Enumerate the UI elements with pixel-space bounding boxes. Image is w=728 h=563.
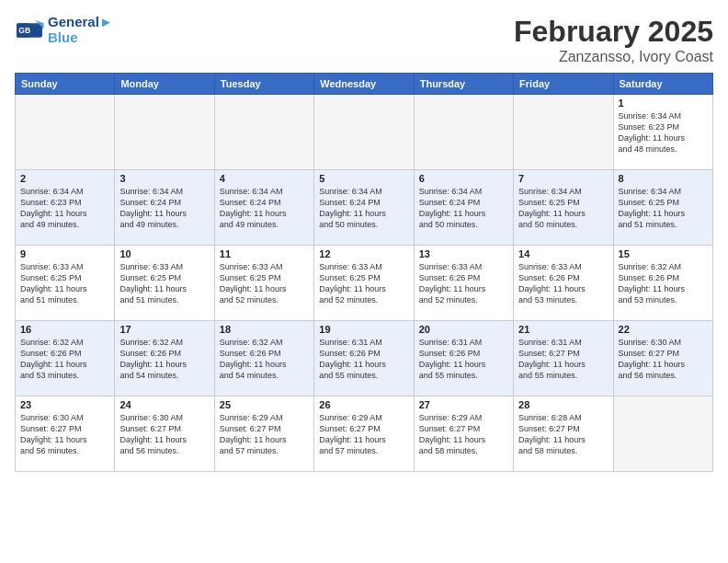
logo-line1: General►	[48, 15, 113, 30]
day-info: Sunrise: 6:29 AM Sunset: 6:27 PM Dayligh…	[220, 412, 309, 457]
empty-day-cell	[514, 95, 613, 170]
day-info: Sunrise: 6:30 AM Sunset: 6:27 PM Dayligh…	[619, 337, 708, 382]
calendar-week-row: 23Sunrise: 6:30 AM Sunset: 6:27 PM Dayli…	[16, 396, 713, 472]
col-header-friday: Friday	[514, 74, 613, 95]
day-number: 25	[220, 399, 309, 410]
day-cell: 18Sunrise: 6:32 AM Sunset: 6:26 PM Dayli…	[214, 321, 313, 396]
day-info: Sunrise: 6:32 AM Sunset: 6:26 PM Dayligh…	[20, 337, 109, 382]
day-info: Sunrise: 6:33 AM Sunset: 6:25 PM Dayligh…	[119, 261, 209, 306]
day-info: Sunrise: 6:33 AM Sunset: 6:25 PM Dayligh…	[20, 261, 109, 306]
day-number: 23	[20, 399, 109, 410]
day-cell: 3Sunrise: 6:34 AM Sunset: 6:24 PM Daylig…	[115, 170, 214, 246]
day-number: 2	[20, 173, 109, 184]
day-info: Sunrise: 6:29 AM Sunset: 6:27 PM Dayligh…	[319, 412, 408, 457]
day-info: Sunrise: 6:31 AM Sunset: 6:26 PM Dayligh…	[419, 337, 508, 382]
day-number: 6	[419, 173, 508, 184]
day-info: Sunrise: 6:30 AM Sunset: 6:27 PM Dayligh…	[119, 412, 209, 457]
day-cell: 1Sunrise: 6:34 AM Sunset: 6:23 PM Daylig…	[613, 95, 712, 170]
title-area: February 2025 Zanzansso, Ivory Coast	[514, 15, 713, 65]
logo-icon: GB	[15, 17, 44, 43]
empty-day-cell	[613, 396, 712, 472]
day-info: Sunrise: 6:34 AM Sunset: 6:23 PM Dayligh…	[619, 110, 708, 155]
day-cell: 21Sunrise: 6:31 AM Sunset: 6:27 PM Dayli…	[514, 321, 613, 396]
empty-day-cell	[115, 95, 214, 170]
day-number: 24	[119, 399, 209, 410]
day-cell: 11Sunrise: 6:33 AM Sunset: 6:25 PM Dayli…	[214, 246, 313, 321]
day-info: Sunrise: 6:34 AM Sunset: 6:24 PM Dayligh…	[220, 186, 309, 231]
day-cell: 7Sunrise: 6:34 AM Sunset: 6:25 PM Daylig…	[514, 170, 613, 246]
col-header-saturday: Saturday	[613, 74, 712, 95]
day-cell: 4Sunrise: 6:34 AM Sunset: 6:24 PM Daylig…	[214, 170, 313, 246]
day-info: Sunrise: 6:34 AM Sunset: 6:24 PM Dayligh…	[419, 186, 508, 231]
day-number: 28	[518, 399, 608, 410]
day-info: Sunrise: 6:31 AM Sunset: 6:26 PM Dayligh…	[319, 337, 408, 382]
day-info: Sunrise: 6:34 AM Sunset: 6:24 PM Dayligh…	[319, 186, 408, 231]
day-number: 7	[518, 173, 608, 184]
calendar-week-row: 1Sunrise: 6:34 AM Sunset: 6:23 PM Daylig…	[16, 95, 713, 170]
logo-line2: Blue	[48, 30, 113, 46]
day-number: 18	[220, 324, 309, 335]
calendar-table: SundayMondayTuesdayWednesdayThursdayFrid…	[15, 73, 713, 472]
day-number: 3	[119, 173, 209, 184]
day-number: 5	[319, 173, 408, 184]
day-cell: 14Sunrise: 6:33 AM Sunset: 6:26 PM Dayli…	[514, 246, 613, 321]
day-info: Sunrise: 6:30 AM Sunset: 6:27 PM Dayligh…	[20, 412, 109, 457]
day-cell: 10Sunrise: 6:33 AM Sunset: 6:25 PM Dayli…	[115, 246, 214, 321]
calendar-week-row: 2Sunrise: 6:34 AM Sunset: 6:23 PM Daylig…	[16, 170, 713, 246]
day-info: Sunrise: 6:33 AM Sunset: 6:26 PM Dayligh…	[419, 261, 508, 306]
day-number: 9	[20, 248, 109, 259]
day-number: 15	[619, 248, 708, 259]
day-info: Sunrise: 6:32 AM Sunset: 6:26 PM Dayligh…	[619, 261, 708, 306]
day-cell: 12Sunrise: 6:33 AM Sunset: 6:25 PM Dayli…	[314, 246, 414, 321]
day-info: Sunrise: 6:32 AM Sunset: 6:26 PM Dayligh…	[220, 337, 309, 382]
page-header: GB General► Blue February 2025 Zanzansso…	[15, 15, 713, 65]
calendar-week-row: 9Sunrise: 6:33 AM Sunset: 6:25 PM Daylig…	[16, 246, 713, 321]
day-cell: 22Sunrise: 6:30 AM Sunset: 6:27 PM Dayli…	[613, 321, 712, 396]
empty-day-cell	[214, 95, 313, 170]
logo: GB General► Blue	[15, 15, 113, 45]
day-number: 11	[220, 248, 309, 259]
calendar-subtitle: Zanzansso, Ivory Coast	[514, 49, 713, 65]
day-cell: 15Sunrise: 6:32 AM Sunset: 6:26 PM Dayli…	[613, 246, 712, 321]
col-header-tuesday: Tuesday	[214, 74, 313, 95]
day-info: Sunrise: 6:31 AM Sunset: 6:27 PM Dayligh…	[518, 337, 608, 382]
day-cell: 16Sunrise: 6:32 AM Sunset: 6:26 PM Dayli…	[16, 321, 115, 396]
day-info: Sunrise: 6:32 AM Sunset: 6:26 PM Dayligh…	[119, 337, 209, 382]
day-info: Sunrise: 6:29 AM Sunset: 6:27 PM Dayligh…	[419, 412, 508, 457]
day-number: 4	[220, 173, 309, 184]
day-number: 27	[419, 399, 508, 410]
col-header-thursday: Thursday	[414, 74, 513, 95]
calendar-title: February 2025	[514, 15, 713, 49]
day-info: Sunrise: 6:34 AM Sunset: 6:24 PM Dayligh…	[119, 186, 209, 231]
day-cell: 2Sunrise: 6:34 AM Sunset: 6:23 PM Daylig…	[16, 170, 115, 246]
col-header-wednesday: Wednesday	[314, 74, 414, 95]
col-header-monday: Monday	[115, 74, 214, 95]
day-info: Sunrise: 6:33 AM Sunset: 6:25 PM Dayligh…	[220, 261, 309, 306]
day-number: 17	[119, 324, 209, 335]
day-number: 8	[619, 173, 708, 184]
day-cell: 8Sunrise: 6:34 AM Sunset: 6:25 PM Daylig…	[613, 170, 712, 246]
calendar-header-row: SundayMondayTuesdayWednesdayThursdayFrid…	[16, 74, 713, 95]
col-header-sunday: Sunday	[16, 74, 115, 95]
day-number: 21	[518, 324, 608, 335]
day-cell: 5Sunrise: 6:34 AM Sunset: 6:24 PM Daylig…	[314, 170, 414, 246]
day-info: Sunrise: 6:34 AM Sunset: 6:23 PM Dayligh…	[20, 186, 109, 231]
day-cell: 9Sunrise: 6:33 AM Sunset: 6:25 PM Daylig…	[16, 246, 115, 321]
day-cell: 19Sunrise: 6:31 AM Sunset: 6:26 PM Dayli…	[314, 321, 414, 396]
day-cell: 24Sunrise: 6:30 AM Sunset: 6:27 PM Dayli…	[115, 396, 214, 472]
empty-day-cell	[314, 95, 414, 170]
svg-text:GB: GB	[18, 26, 30, 35]
day-number: 13	[419, 248, 508, 259]
day-number: 12	[319, 248, 408, 259]
day-info: Sunrise: 6:33 AM Sunset: 6:26 PM Dayligh…	[518, 261, 608, 306]
day-cell: 20Sunrise: 6:31 AM Sunset: 6:26 PM Dayli…	[414, 321, 513, 396]
day-cell: 26Sunrise: 6:29 AM Sunset: 6:27 PM Dayli…	[314, 396, 414, 472]
day-number: 1	[619, 98, 708, 109]
day-number: 16	[20, 324, 109, 335]
day-number: 14	[518, 248, 608, 259]
calendar-week-row: 16Sunrise: 6:32 AM Sunset: 6:26 PM Dayli…	[16, 321, 713, 396]
day-number: 19	[319, 324, 408, 335]
day-number: 22	[619, 324, 708, 335]
day-cell: 23Sunrise: 6:30 AM Sunset: 6:27 PM Dayli…	[16, 396, 115, 472]
day-cell: 28Sunrise: 6:28 AM Sunset: 6:27 PM Dayli…	[514, 396, 613, 472]
